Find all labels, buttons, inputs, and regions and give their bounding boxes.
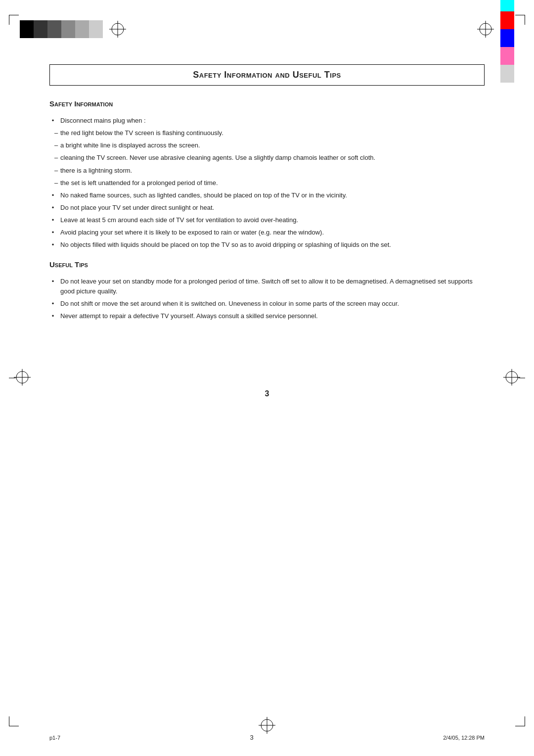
page: Safety Information and Useful Tips Safet… [0,0,534,756]
color-strip-right [471,0,514,83]
useful-tips-heading: Useful Tips [49,260,485,269]
list-item: • No objects filled with liquids should … [49,240,485,250]
corner-mark-tr [515,15,525,25]
bullet-icon: • [49,190,56,200]
right-color-blocks [500,0,514,83]
list-item: – there is a lightning storm. [49,166,485,176]
color-block-3 [47,20,61,38]
safety-information-list: • Disconnect mains plug when : – the red… [49,116,485,250]
color-block-6 [89,20,103,38]
list-item-text: Leave at least 5 cm around each side of … [60,215,298,225]
page-number-center: 3 [0,389,534,398]
list-item-text: Do not leave your set on standby mode fo… [60,277,485,296]
color-block-r6 [500,65,514,83]
bullet-icon: • [49,116,56,126]
bullet-icon: • [49,203,56,213]
bullet-icon: • [49,240,56,250]
list-item: – the set is left unattended for a prolo… [49,178,485,188]
corner-mark-tl [9,15,19,25]
registration-mark-left-mid [14,369,31,387]
list-item-text: the set is left unattended for a prolong… [60,178,218,188]
list-item-text: the red light below the TV screen is fla… [60,128,223,138]
corner-mark-bl [9,716,19,726]
list-item: – the red light below the TV screen is f… [49,128,485,138]
dash-icon: – [49,128,56,138]
color-block-5 [75,20,89,38]
registration-mark-left [109,20,127,38]
dash-icon: – [49,141,56,150]
useful-tips-section: Useful Tips • Do not leave your set on s… [49,260,485,322]
list-item: • Leave at least 5 cm around each side o… [49,215,485,225]
color-block-r5 [500,47,514,65]
color-block-4 [61,20,75,38]
bullet-icon: • [49,277,56,296]
list-item: • Do not shift or move the set around wh… [49,299,485,309]
registration-mark-right-mid [503,369,520,387]
registration-mark-right [477,20,494,38]
bullet-icon: • [49,299,56,309]
bullet-icon: • [49,228,56,237]
color-block-1 [20,20,34,38]
registration-mark-bottom [259,717,275,735]
safety-information-heading: Safety Information [49,99,485,108]
dash-icon: – [49,178,56,188]
list-item-text: No naked flame sources, such as lighted … [60,190,347,200]
list-item-text: No objects filled with liquids should be… [60,240,391,250]
list-item: – cleaning the TV screen. Never use abra… [49,153,485,163]
top-bar [0,0,534,49]
color-block-2 [34,20,47,38]
list-item-text: Do not place your TV set under direct su… [60,203,214,213]
list-item: • Disconnect mains plug when : [49,116,485,126]
dash-icon: – [49,166,56,176]
color-block-r4 [500,29,514,47]
list-item-text: Do not shift or move the set around when… [60,299,399,309]
list-item-text: there is a lightning storm. [60,166,132,176]
footer-right: 2/4/05, 12:28 PM [443,735,485,741]
main-content: Safety Information and Useful Tips Safet… [0,54,534,360]
list-item-text: Disconnect mains plug when : [60,116,146,126]
useful-tips-list: • Do not leave your set on standby mode … [49,277,485,322]
bullet-icon: • [49,215,56,225]
list-item: • No naked flame sources, such as lighte… [49,190,485,200]
list-item-text: cleaning the TV screen. Never use abrasi… [60,153,375,163]
page-title-box: Safety Information and Useful Tips [49,64,485,86]
list-item-text: Avoid placing your set where it is likel… [60,228,324,237]
list-item-text: a bright white line is displayed across … [60,141,200,150]
dash-icon: – [49,153,56,163]
list-item: – a bright white line is displayed acros… [49,141,485,150]
list-item: • Never attempt to repair a defective TV… [49,311,485,321]
corner-mark-br [515,716,525,726]
list-item: • Do not leave your set on standby mode … [49,277,485,296]
left-color-blocks [20,20,103,38]
page-title: Safety Information and Useful Tips [60,70,474,80]
safety-information-section: Safety Information • Disconnect mains pl… [49,99,485,250]
bullet-icon: • [49,311,56,321]
footer-left: p1-7 [49,735,60,741]
color-strip-left [20,20,133,38]
list-item-text: Never attempt to repair a defective TV y… [60,311,318,321]
list-item: • Do not place your TV set under direct … [49,203,485,213]
list-item: • Avoid placing your set where it is lik… [49,228,485,237]
color-block-r3 [500,11,514,29]
footer-center: 3 [250,734,254,741]
color-block-r2 [500,0,514,11]
